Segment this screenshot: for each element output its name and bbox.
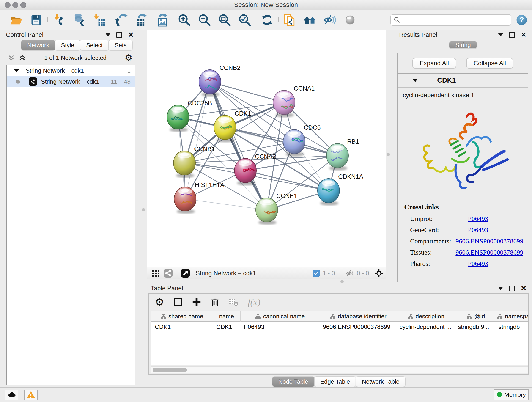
crosslink-link[interactable]: P06493 [468,226,488,234]
tab-edge-table[interactable]: Edge Table [314,376,356,387]
export-network-button[interactable] [111,12,132,28]
grid-view-button[interactable] [150,268,162,278]
import-network-button[interactable] [49,12,69,28]
warnings-button[interactable] [24,390,38,400]
table-horizontal-scrollbar[interactable] [151,366,528,373]
export-image-button[interactable] [152,12,172,28]
presentation-mode-button[interactable] [340,12,360,28]
collapse-all-button[interactable]: Collapse All [466,58,513,69]
search-input[interactable] [400,15,508,25]
network-canvas[interactable]: CCNB2CCNA1CDC25BCDK1CDC6RB1CCNB1CCNA2CDK… [147,30,386,268]
right-splitter-handle[interactable] [387,153,390,156]
export-network-icon [115,13,128,27]
help-button[interactable]: ? [511,12,532,28]
network-node-CDC6[interactable]: CDC6 [283,124,321,157]
column-header--id[interactable]: @id [456,311,496,322]
column-header-database-identifier[interactable]: database identifier [320,311,397,322]
network-node-CDKN1A[interactable]: CDKN1A [317,173,363,206]
close-panel-icon[interactable]: ✕ [128,32,134,37]
tab-network-table[interactable]: Network Table [355,376,405,387]
maximize-panel-icon[interactable] [509,286,515,291]
bottom-splitter-handle[interactable] [341,280,344,283]
left-splitter-handle[interactable] [142,208,145,211]
tab-style[interactable]: Style [55,40,80,51]
control-panel-tabs: NetworkStyleSelectSets [21,40,132,51]
zoom-selected-button[interactable] [234,12,255,28]
network-node-RB1[interactable]: RB1 [326,138,359,171]
table-cell[interactable]: CDK1 [213,322,240,332]
section-expanded-icon[interactable] [412,79,418,82]
column-header-canonical-name[interactable]: canonical name [241,311,320,322]
network-node-HIST1H1A[interactable]: HIST1H1A [174,182,224,214]
column-header-name[interactable]: name [213,311,241,322]
fit-content-crosshair-icon[interactable] [374,268,384,278]
close-panel-icon[interactable]: ✕ [521,286,526,291]
expand-all-icon[interactable] [18,54,26,62]
crosslink-link[interactable]: P06493 [468,260,488,268]
network-collection-row[interactable]: String Network – cdk1 1 [7,65,135,76]
collection-expanded-icon[interactable] [14,69,19,72]
function-builder-icon[interactable]: f(x) [248,297,260,307]
tab-network[interactable]: Network [21,40,55,51]
network-node-CCNB2[interactable]: CCNB2 [199,64,241,97]
network-graph[interactable]: CCNB2CCNA1CDC25BCDK1CDC6RB1CCNB1CCNA2CDK… [147,31,386,268]
column-header-shared-name[interactable]: shared name [151,311,213,322]
zoom-in-button[interactable] [174,12,194,28]
table-cell[interactable]: stringdb [495,322,528,332]
table-options-button[interactable]: ⚙ [155,298,164,306]
maximize-panel-icon[interactable] [509,32,515,38]
app-store-button[interactable] [5,390,18,400]
network-edge[interactable] [185,199,267,210]
table-cell[interactable]: CDK1 [151,322,213,332]
zoom-out-button[interactable] [194,12,215,28]
network-node-CCNE1[interactable]: CCNE1 [256,192,298,225]
home-button[interactable] [300,12,320,28]
tab-node-table[interactable]: Node Table [272,376,315,387]
hidden-eye-icon[interactable] [345,269,354,278]
column-header-namespac[interactable]: namespac [496,311,528,322]
tab-string[interactable]: String [449,41,477,49]
import-network-from-database-button[interactable] [69,12,89,28]
network-row[interactable]: String Network – cdk1 11 48 [7,76,135,87]
network-view-share-button[interactable] [162,268,174,278]
table-cell[interactable]: 9606.ENSP00000378699 [319,322,396,332]
crosslink-link[interactable]: P06493 [468,215,488,223]
table-cell[interactable]: stringdb:9... [454,322,495,332]
memory-button[interactable]: Memory [494,389,529,400]
delete-table-button[interactable] [228,297,239,307]
selected-nodes-checkbox[interactable] [312,269,320,277]
close-panel-icon[interactable]: ✕ [521,32,526,37]
table-row[interactable]: CDK1CDK1P064939606.ENSP00000378699cyclin… [151,322,528,332]
network-options-gear-icon[interactable]: ⚙ [125,53,133,62]
crosslink-link[interactable]: 9606.ENSP00000378699 [456,237,523,245]
float-panel-icon[interactable] [498,33,503,36]
column-header-description[interactable]: description [397,311,456,322]
crosslink-link[interactable]: 9606.ENSP00000378699 [456,249,523,256]
open-session-button[interactable] [6,12,26,28]
delete-column-button[interactable] [210,297,220,307]
hide-unhide-button[interactable] [320,12,340,28]
tab-sets[interactable]: Sets [108,40,133,51]
show-columns-button[interactable] [173,297,183,307]
network-edge[interactable] [225,128,337,156]
float-panel-icon[interactable] [105,33,110,36]
refresh-button[interactable] [257,12,277,28]
save-session-button[interactable] [26,12,46,28]
expand-all-button[interactable]: Expand All [412,58,456,69]
tab-select[interactable]: Select [80,40,109,51]
table-cell[interactable]: cyclin-dependent ... [396,322,454,332]
import-table-button[interactable] [89,12,109,28]
export-table-button[interactable] [132,12,152,28]
zoom-fit-button[interactable] [215,12,234,28]
create-column-button[interactable] [192,297,201,307]
birdseye-view-button[interactable] [179,268,191,278]
table-cell[interactable]: P06493 [240,322,319,332]
clone-network-button[interactable] [279,12,300,28]
float-panel-icon[interactable] [498,287,503,290]
node-section-header[interactable]: CDK1 [398,73,528,88]
scrollbar-thumb[interactable] [152,368,187,372]
network-edge[interactable] [210,82,267,210]
collapse-all-icon[interactable] [7,54,15,62]
network-edge[interactable] [245,171,329,191]
maximize-panel-icon[interactable] [116,32,122,38]
